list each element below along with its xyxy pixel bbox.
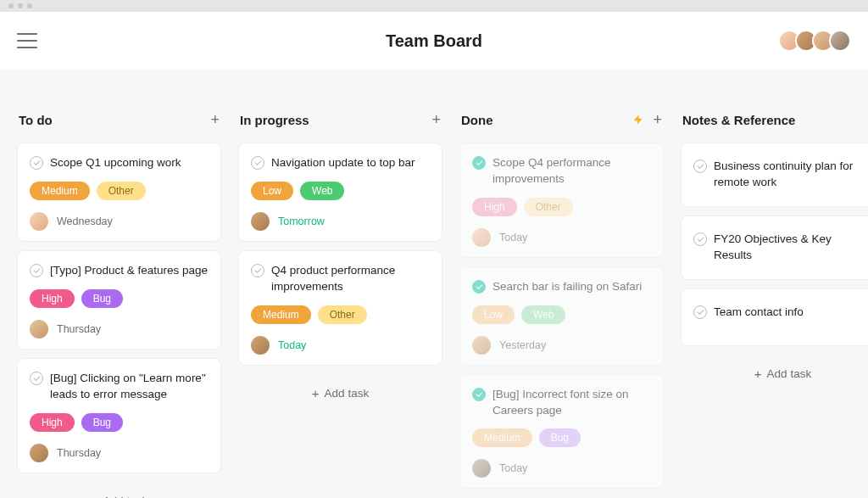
tag[interactable]: High <box>30 289 75 308</box>
task-card[interactable]: [Bug] Clicking on "Learn more" leads to … <box>17 358 221 473</box>
card-title: Business continuity plan for remote work <box>714 159 868 191</box>
tag[interactable]: Bug <box>81 289 123 308</box>
task-card[interactable]: Q4 product performance improvementsMediu… <box>238 250 442 366</box>
plus-icon: + <box>91 494 98 498</box>
tag[interactable]: Web <box>521 305 565 324</box>
tag[interactable]: Medium <box>251 305 311 324</box>
board-column: Done+Scope Q4 performance improvementsHi… <box>459 112 664 498</box>
check-circle-icon[interactable] <box>472 388 486 401</box>
card-meta: Wednesday <box>30 212 209 231</box>
plus-icon: + <box>754 367 762 381</box>
tag[interactable]: Low <box>472 305 515 324</box>
card-title-row: Scope Q4 performance improvements <box>472 155 651 187</box>
assignee-avatar[interactable] <box>30 212 48 231</box>
task-card[interactable]: Business continuity plan for remote work <box>681 143 868 207</box>
check-circle-icon[interactable] <box>472 156 486 170</box>
bolt-icon[interactable] <box>632 113 644 126</box>
card-title: Search bar is failing on Safari <box>492 279 642 295</box>
tag[interactable]: Low <box>251 182 293 200</box>
task-card[interactable]: Scope Q1 upcoming workMediumOtherWednesd… <box>17 143 221 242</box>
tag[interactable]: Web <box>300 182 344 200</box>
assignee-avatar[interactable] <box>251 336 270 355</box>
column-actions: + <box>210 112 220 127</box>
card-title: [Typo] Product & features page <box>50 263 208 279</box>
avatar[interactable] <box>829 30 851 52</box>
column-actions: + <box>431 112 441 127</box>
check-circle-icon[interactable] <box>693 232 707 246</box>
tag[interactable]: Medium <box>30 182 90 200</box>
add-task-button[interactable]: +Add task <box>17 482 221 498</box>
column-header: To do+ <box>17 112 221 127</box>
assignee-avatar[interactable] <box>251 212 270 231</box>
add-column-task-icon[interactable]: + <box>210 112 220 127</box>
check-circle-icon[interactable] <box>30 264 43 277</box>
tag[interactable]: Medium <box>472 428 532 447</box>
add-task-button[interactable]: +Add task <box>681 355 868 393</box>
check-circle-icon[interactable] <box>30 372 43 385</box>
card-tags: LowWeb <box>251 182 430 200</box>
tag[interactable]: Other <box>318 305 367 324</box>
check-circle-icon[interactable] <box>693 159 707 173</box>
due-date: Thursday <box>57 447 101 459</box>
task-card[interactable]: Navigation update to top barLowWebTomorr… <box>238 143 442 242</box>
task-card[interactable]: [Typo] Product & features pageHighBugThu… <box>17 250 221 350</box>
traffic-light-icon <box>18 3 23 8</box>
card-title: [Bug] Incorrect font size on Careers pag… <box>492 387 651 419</box>
card-tags: LowWeb <box>472 305 651 324</box>
column-header: Notes & Reference+ <box>681 112 868 127</box>
menu-icon[interactable] <box>17 33 37 48</box>
member-avatars[interactable] <box>783 30 851 52</box>
add-column-task-icon[interactable]: + <box>431 112 441 127</box>
card-meta: Tomorrow <box>251 212 430 231</box>
add-column-task-icon[interactable]: + <box>653 112 662 127</box>
column-header: Done+ <box>459 112 664 127</box>
card-tags: HighBug <box>30 289 209 308</box>
assignee-avatar[interactable] <box>30 444 48 462</box>
add-task-button[interactable]: +Add task <box>238 374 442 412</box>
due-date: Today <box>499 232 527 243</box>
tag[interactable]: High <box>30 413 75 432</box>
page-title: Team Board <box>386 31 482 51</box>
topbar: Team Board <box>0 12 868 70</box>
task-card[interactable]: Team contact info <box>681 288 868 346</box>
column-title: Done <box>461 113 493 127</box>
card-meta: Today <box>472 459 651 478</box>
card-title-row: Navigation update to top bar <box>251 155 430 171</box>
card-tags: MediumOther <box>251 305 430 324</box>
board: To do+Scope Q1 upcoming workMediumOtherW… <box>0 70 868 498</box>
card-tags: MediumBug <box>472 428 651 447</box>
assignee-avatar[interactable] <box>472 336 491 355</box>
tag[interactable]: Bug <box>539 428 581 447</box>
window-chrome <box>0 0 868 12</box>
task-card[interactable]: Scope Q4 performance improvementsHighOth… <box>459 143 664 258</box>
due-date: Today <box>499 462 527 474</box>
tag[interactable]: Other <box>524 198 573 216</box>
add-task-label: Add task <box>103 495 148 498</box>
due-date: Thursday <box>57 323 101 335</box>
board-column: In progress+Navigation update to top bar… <box>238 112 442 412</box>
board-column: To do+Scope Q1 upcoming workMediumOtherW… <box>17 112 221 498</box>
card-title-row: [Bug] Clicking on "Learn more" leads to … <box>30 371 209 403</box>
check-circle-icon[interactable] <box>30 156 43 170</box>
tag[interactable]: Bug <box>81 413 123 432</box>
check-circle-icon[interactable] <box>693 305 707 319</box>
task-card[interactable]: FY20 Objectives & Key Results <box>681 215 868 280</box>
due-date: Tomorrow <box>278 215 325 227</box>
tag[interactable]: High <box>472 198 517 216</box>
card-meta: Thursday <box>30 444 209 462</box>
task-card[interactable]: [Bug] Incorrect font size on Careers pag… <box>459 374 664 490</box>
check-circle-icon[interactable] <box>251 264 264 277</box>
card-tags: HighOther <box>472 198 651 216</box>
check-circle-icon[interactable] <box>472 280 486 294</box>
assignee-avatar[interactable] <box>30 320 48 339</box>
tag[interactable]: Other <box>97 182 146 200</box>
traffic-light-icon <box>27 3 32 8</box>
card-meta: Yesterday <box>472 336 651 355</box>
due-date: Wednesday <box>57 215 113 227</box>
card-title: Navigation update to top bar <box>271 155 415 171</box>
task-card[interactable]: Search bar is failing on SafariLowWebYes… <box>459 266 664 366</box>
plus-icon: + <box>312 386 320 400</box>
check-circle-icon[interactable] <box>251 156 264 170</box>
assignee-avatar[interactable] <box>472 459 491 478</box>
assignee-avatar[interactable] <box>472 228 491 247</box>
